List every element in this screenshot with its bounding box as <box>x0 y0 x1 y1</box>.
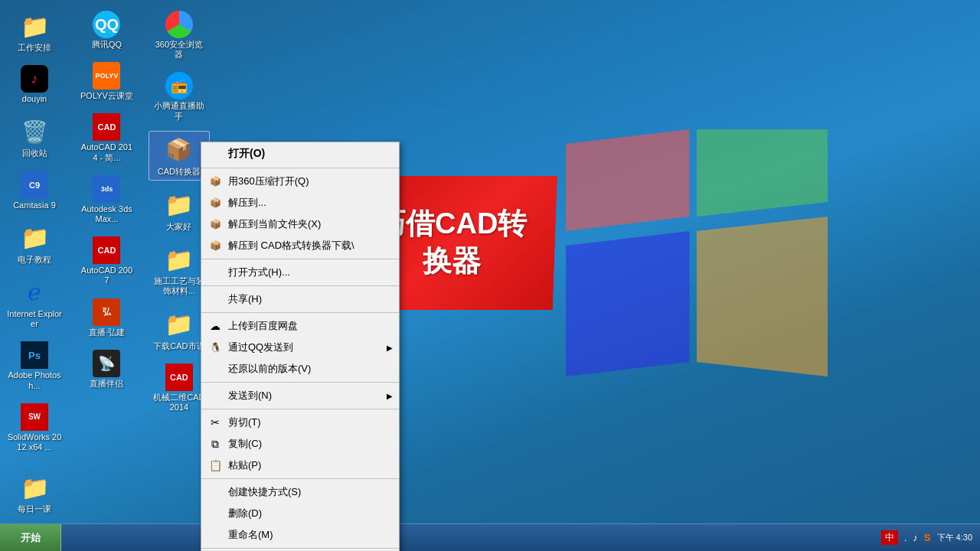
icon-gongzuoanpai[interactable]: 📁 工作安排 <box>4 8 65 56</box>
icon-label: POLYV云课堂 <box>80 91 133 101</box>
menu-label: 复制(C) <box>228 438 262 449</box>
menu-cut[interactable]: ✂ 剪切(T) <box>201 412 399 433</box>
icon-broadcast[interactable]: 弘 直播·弘建 <box>76 295 137 341</box>
menu-sep-6 <box>201 409 399 409</box>
ime-indicator[interactable]: 中 <box>881 530 898 545</box>
menu-sep-3 <box>201 285 399 286</box>
desktop: 📁 工作安排 ♪ douyin 🗑️ 回收站 C9 Camtasia 9 📁 电… <box>0 0 980 551</box>
recycle-icon: 🗑️ <box>19 116 50 147</box>
autocad-icon: CAD <box>93 236 120 264</box>
icon-douyin[interactable]: ♪ douyin <box>4 62 65 107</box>
open-icon <box>207 146 223 161</box>
icon-qq[interactable]: QQ 腾讯QQ <box>76 8 137 53</box>
menu-send-qq[interactable]: 🐧 通过QQ发送到 <box>201 337 399 358</box>
menu-sep-7 <box>201 478 399 479</box>
menu-rename[interactable]: 重命名(M) <box>201 524 399 546</box>
menu-label: 通过QQ发送到 <box>228 341 293 353</box>
menu-extractcad[interactable]: 📦 解压到 CAD格式转换器下载\ <box>201 235 399 256</box>
ie-icon: ℯ <box>19 277 50 308</box>
menu-sep-8 <box>201 548 399 549</box>
start-button[interactable]: 开始 <box>0 524 61 552</box>
sendto-icon <box>207 388 223 403</box>
copy-icon: ⧉ <box>207 436 223 452</box>
menu-share[interactable]: 共享(H) <box>201 289 399 310</box>
menu-label: 发送到(N) <box>228 390 272 401</box>
menu-label: 粘贴(P) <box>228 459 261 471</box>
icon-label: 下载CAD市课 <box>153 341 204 351</box>
menu-extractto[interactable]: 📦 解压到... <box>201 192 399 214</box>
menu-delete[interactable]: 删除(D) <box>201 503 399 524</box>
menu-extracthere[interactable]: 📦 解压到当前文件夹(X) <box>201 214 399 235</box>
clock-time: 下午 4:30 <box>937 532 972 543</box>
icon-autodesk3ds[interactable]: 3ds Autodesk 3ds Max... <box>76 172 137 227</box>
icon-column-2: QQ 腾讯QQ POLYV POLYV云课堂 CAD AutoCAD 2014 … <box>72 0 141 398</box>
icon-autocad2007[interactable]: CAD AutoCAD 2007 <box>76 233 137 289</box>
qq-icon: 🐧 <box>207 340 223 355</box>
icon-label: AutoCAD 2007 <box>79 266 134 285</box>
baidu-icon: ☁ <box>207 318 223 334</box>
icon-label: Autodesk 3ds Max... <box>79 204 134 224</box>
menu-open360[interactable]: 📦 用360压缩打开(Q) <box>201 171 399 192</box>
sougou-icon[interactable]: S <box>924 532 931 543</box>
broadcast-icon: 弘 <box>93 298 120 326</box>
rename-icon <box>207 527 223 543</box>
menu-upload-baidu[interactable]: ☁ 上传到百度网盘 <box>201 315 399 337</box>
icon-solidworks[interactable]: SW SolidWorks 2012 x64 ... <box>4 400 65 455</box>
icon-adobe-ps[interactable]: Ps Adobe Photosh... <box>4 338 65 393</box>
icon-label: 360安全浏览器 <box>152 40 207 60</box>
icon-label: 直播伴侣 <box>90 379 123 389</box>
menu-label: 用360压缩打开(Q) <box>228 175 309 187</box>
autocad-icon: CAD <box>93 113 120 141</box>
icon-label: AutoCAD 2014 - 简... <box>79 142 134 162</box>
icon-zhibo-companion[interactable]: 📡 直播伴侣 <box>76 347 137 392</box>
menu-sendto[interactable]: 发送到(N) <box>201 385 399 406</box>
icon-camtasia[interactable]: C9 Camtasia 9 <box>4 168 65 214</box>
icon-label: Camtasia 9 <box>13 201 56 210</box>
menu-copy[interactable]: ⧉ 复制(C) <box>201 433 399 455</box>
volume-icon[interactable]: ♪ <box>913 532 918 543</box>
icon-meiriyike[interactable]: 📁 每日一课 <box>4 469 65 517</box>
qq-icon: QQ <box>93 11 120 38</box>
taskbar: 开始 中 . ♪ S 下午 4:30 <box>0 523 980 551</box>
extractcad-icon: 📦 <box>207 238 223 253</box>
icon-dianzijiake[interactable]: 📁 电子教程 <box>4 220 65 268</box>
icon-label: 电子教程 <box>18 255 51 265</box>
solidworks-icon: SW <box>21 403 48 431</box>
context-menu: 打开(O) 📦 用360压缩打开(Q) 📦 解压到... 📦 解压到当前文件夹(… <box>201 142 400 551</box>
camtasia-icon: C9 <box>21 171 48 199</box>
icon-label: 机械二维CAD2014 <box>152 393 207 412</box>
menu-sep-1 <box>201 168 399 168</box>
taskbar-right: 中 . ♪ S 下午 4:30 <box>881 530 980 545</box>
cut-icon: ✂ <box>207 415 223 430</box>
menu-open-label: 打开(O) <box>228 147 265 159</box>
menu-openmethod[interactable]: 打开方式(H)... <box>201 262 399 283</box>
icon-label: SolidWorks 2012 x64 ... <box>7 432 62 452</box>
paste-icon: 📋 <box>207 458 223 473</box>
douyin-icon: ♪ <box>21 65 48 93</box>
menu-create-shortcut[interactable]: 创建快捷方式(S) <box>201 481 399 503</box>
menu-restore[interactable]: 还原以前的版本(V) <box>201 358 399 380</box>
icon-label: 小腾通直播助手 <box>152 101 207 121</box>
windows-logo <box>551 115 842 406</box>
icon-xiaotong[interactable]: 📻 小腾通直播助手 <box>149 69 210 124</box>
autodesk-icon: 3ds <box>93 175 120 203</box>
icon-label: 大家好 <box>166 222 191 232</box>
360-icon <box>165 11 193 38</box>
icon-label: 腾讯QQ <box>92 40 122 50</box>
polyv-icon: POLYV <box>93 62 120 90</box>
xiaotong-icon: 📻 <box>165 72 193 99</box>
menu-label: 删除(D) <box>228 507 262 519</box>
menu-label: 解压到 CAD格式转换器下载\ <box>228 240 354 251</box>
icon-autocad2014[interactable]: CAD AutoCAD 2014 - 简... <box>76 110 137 165</box>
zip360-icon: 📦 <box>207 174 223 189</box>
menu-open[interactable]: 打开(O) <box>201 142 399 165</box>
menu-sep-5 <box>201 382 399 383</box>
folder-icon: 📁 <box>164 309 194 340</box>
icon-polyv[interactable]: POLYV POLYV云课堂 <box>76 59 137 104</box>
menu-paste[interactable]: 📋 粘贴(P) <box>201 455 399 476</box>
icon-360browser[interactable]: 360安全浏览器 <box>149 8 210 63</box>
icon-ie[interactable]: ℯ Internet Explorer <box>4 274 65 332</box>
icon-recycle[interactable]: 🗑️ 回收站 <box>4 113 65 161</box>
menu-label: 解压到... <box>228 197 266 208</box>
tray-dot: . <box>904 532 907 543</box>
